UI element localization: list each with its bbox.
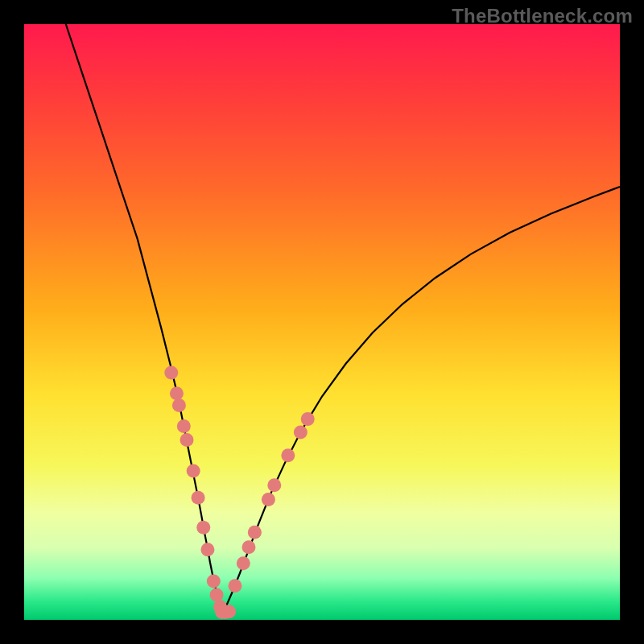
highlight-dot	[200, 543, 214, 556]
plot-area	[24, 24, 620, 620]
highlight-dot	[267, 478, 281, 492]
highlight-dot	[210, 588, 224, 601]
highlight-dot	[301, 412, 315, 426]
highlight-dot	[242, 540, 255, 554]
highlight-dot	[281, 448, 295, 462]
highlight-dot	[294, 425, 308, 439]
curve-right-branch	[222, 187, 620, 613]
highlight-dot	[262, 493, 275, 506]
highlight-dot	[222, 605, 236, 618]
highlight-dot	[207, 574, 221, 588]
highlight-dot	[248, 526, 262, 539]
highlight-dot	[237, 556, 250, 570]
highlight-dot	[228, 579, 242, 592]
highlight-dot	[170, 386, 184, 400]
watermark-text: TheBottleneck.com	[452, 5, 633, 27]
highlight-dot	[172, 398, 186, 412]
highlight-dot	[187, 464, 200, 478]
chart-frame: TheBottleneck.com	[0, 0, 644, 644]
highlight-dot	[196, 521, 210, 535]
highlight-dot	[180, 433, 194, 447]
highlight-dot	[177, 419, 191, 433]
chart-svg	[24, 24, 620, 620]
highlight-dots	[164, 365, 314, 618]
highlight-dot	[164, 365, 178, 379]
highlight-dot	[192, 491, 205, 505]
